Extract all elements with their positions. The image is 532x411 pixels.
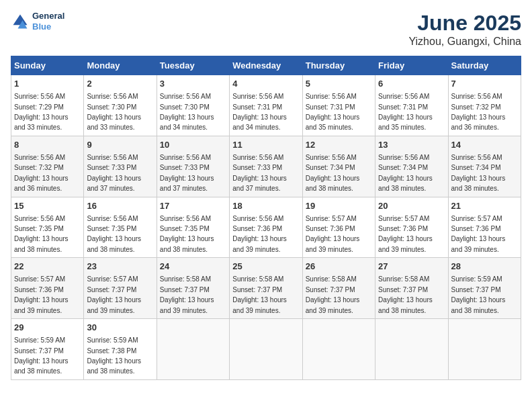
calendar-day: 13 Sunrise: 5:56 AM Sunset: 7:34 PM Dayl… — [375, 136, 448, 197]
day-sunrise: Sunrise: 5:56 AM — [14, 215, 65, 222]
calendar-day: 16 Sunrise: 5:56 AM Sunset: 7:35 PM Dayl… — [84, 197, 157, 258]
day-sunrise: Sunrise: 5:56 AM — [232, 215, 283, 222]
day-sunrise: Sunrise: 5:56 AM — [160, 154, 211, 161]
day-sunrise: Sunrise: 5:58 AM — [378, 275, 429, 283]
calendar-day: 4 Sunrise: 5:56 AM Sunset: 7:31 PM Dayli… — [230, 75, 302, 136]
calendar-day — [375, 319, 448, 380]
calendar-day: 7 Sunrise: 5:56 AM Sunset: 7:32 PM Dayli… — [448, 75, 521, 136]
header-monday: Monday — [84, 56, 157, 75]
weekday-header-row: Sunday Monday Tuesday Wednesday Thursday… — [11, 56, 521, 75]
day-number: 21 — [451, 200, 518, 212]
calendar-subtitle: Yizhou, Guangxi, China — [408, 36, 521, 48]
day-number: 23 — [87, 261, 153, 273]
header-thursday: Thursday — [302, 56, 375, 75]
day-sunset: Sunset: 7:29 PM — [14, 103, 64, 111]
day-number: 19 — [306, 200, 372, 212]
calendar-day: 8 Sunrise: 5:56 AM Sunset: 7:32 PM Dayli… — [11, 136, 84, 197]
day-number: 20 — [378, 200, 445, 212]
day-sunset: Sunset: 7:37 PM — [378, 286, 428, 293]
day-sunset: Sunset: 7:36 PM — [451, 225, 501, 232]
day-sunset: Sunset: 7:36 PM — [232, 225, 282, 232]
calendar-day: 24 Sunrise: 5:58 AM Sunset: 7:37 PM Dayl… — [157, 258, 229, 319]
day-sunset: Sunset: 7:37 PM — [306, 286, 355, 293]
day-sunrise: Sunrise: 5:56 AM — [232, 93, 283, 100]
calendar-day: 22 Sunrise: 5:57 AM Sunset: 7:36 PM Dayl… — [11, 258, 84, 319]
day-daylight: Daylight: 13 hours and 39 minutes. — [14, 296, 69, 314]
logo-icon — [11, 12, 30, 31]
day-daylight: Daylight: 13 hours and 38 minutes. — [160, 235, 214, 253]
day-daylight: Daylight: 13 hours and 38 minutes. — [14, 357, 69, 375]
day-sunrise: Sunrise: 5:56 AM — [232, 154, 283, 161]
day-sunset: Sunset: 7:31 PM — [232, 103, 282, 111]
day-sunrise: Sunrise: 5:56 AM — [306, 154, 357, 161]
day-sunset: Sunset: 7:35 PM — [87, 225, 136, 232]
day-sunset: Sunset: 7:37 PM — [232, 286, 282, 293]
logo-line1: General — [32, 11, 64, 21]
calendar-week-row: 22 Sunrise: 5:57 AM Sunset: 7:36 PM Dayl… — [11, 258, 521, 319]
day-daylight: Daylight: 13 hours and 36 minutes. — [14, 175, 69, 192]
day-number: 4 — [232, 78, 299, 90]
day-sunset: Sunset: 7:32 PM — [451, 103, 501, 111]
day-sunrise: Sunrise: 5:59 AM — [87, 336, 138, 344]
calendar-day: 17 Sunrise: 5:56 AM Sunset: 7:35 PM Dayl… — [157, 197, 229, 258]
day-sunset: Sunset: 7:33 PM — [160, 164, 210, 171]
calendar-day: 27 Sunrise: 5:58 AM Sunset: 7:37 PM Dayl… — [375, 258, 448, 319]
page-header: General Blue June 2025 Yizhou, Guangxi, … — [11, 11, 521, 48]
calendar-day: 14 Sunrise: 5:56 AM Sunset: 7:34 PM Dayl… — [448, 136, 521, 197]
day-number: 7 — [451, 78, 518, 90]
day-sunrise: Sunrise: 5:56 AM — [378, 154, 429, 161]
day-number: 28 — [451, 261, 518, 273]
logo: General Blue — [11, 11, 64, 32]
day-sunrise: Sunrise: 5:58 AM — [232, 275, 283, 283]
calendar-week-row: 15 Sunrise: 5:56 AM Sunset: 7:35 PM Dayl… — [11, 197, 521, 258]
day-daylight: Daylight: 13 hours and 38 minutes. — [451, 175, 506, 192]
day-sunset: Sunset: 7:37 PM — [87, 286, 136, 293]
calendar-day: 29 Sunrise: 5:59 AM Sunset: 7:37 PM Dayl… — [11, 319, 84, 380]
day-daylight: Daylight: 13 hours and 39 minutes. — [451, 235, 506, 253]
calendar-day: 5 Sunrise: 5:56 AM Sunset: 7:31 PM Dayli… — [302, 75, 375, 136]
day-number: 12 — [306, 139, 372, 151]
day-daylight: Daylight: 13 hours and 39 minutes. — [378, 235, 433, 253]
day-number: 8 — [14, 139, 81, 151]
title-block: June 2025 Yizhou, Guangxi, China — [408, 11, 521, 48]
day-sunset: Sunset: 7:31 PM — [306, 103, 355, 111]
calendar-day: 9 Sunrise: 5:56 AM Sunset: 7:33 PM Dayli… — [84, 136, 157, 197]
calendar-day: 10 Sunrise: 5:56 AM Sunset: 7:33 PM Dayl… — [157, 136, 229, 197]
header-tuesday: Tuesday — [157, 56, 229, 75]
day-sunset: Sunset: 7:34 PM — [451, 164, 501, 171]
day-daylight: Daylight: 13 hours and 35 minutes. — [306, 113, 360, 131]
calendar-week-row: 29 Sunrise: 5:59 AM Sunset: 7:37 PM Dayl… — [11, 319, 521, 380]
day-daylight: Daylight: 13 hours and 39 minutes. — [232, 235, 287, 253]
logo-text: General Blue — [32, 11, 64, 32]
day-number: 11 — [232, 139, 299, 151]
calendar-day: 30 Sunrise: 5:59 AM Sunset: 7:38 PM Dayl… — [84, 319, 157, 380]
calendar-day: 15 Sunrise: 5:56 AM Sunset: 7:35 PM Dayl… — [11, 197, 84, 258]
day-daylight: Daylight: 13 hours and 34 minutes. — [232, 113, 287, 131]
day-number: 24 — [160, 261, 226, 273]
day-sunset: Sunset: 7:35 PM — [14, 225, 64, 232]
day-daylight: Daylight: 13 hours and 33 minutes. — [14, 113, 69, 131]
day-sunrise: Sunrise: 5:56 AM — [14, 93, 65, 100]
calendar-day: 2 Sunrise: 5:56 AM Sunset: 7:30 PM Dayli… — [84, 75, 157, 136]
day-daylight: Daylight: 13 hours and 37 minutes. — [87, 175, 141, 192]
day-daylight: Daylight: 13 hours and 34 minutes. — [160, 113, 214, 131]
day-number: 6 — [378, 78, 445, 90]
day-sunset: Sunset: 7:34 PM — [306, 164, 355, 171]
day-sunrise: Sunrise: 5:58 AM — [306, 275, 357, 283]
day-sunset: Sunset: 7:36 PM — [306, 225, 355, 232]
day-number: 10 — [160, 139, 226, 151]
day-sunrise: Sunrise: 5:56 AM — [160, 215, 211, 222]
svg-marker-0 — [13, 14, 28, 25]
day-sunrise: Sunrise: 5:56 AM — [451, 154, 502, 161]
day-sunset: Sunset: 7:33 PM — [87, 164, 136, 171]
day-number: 5 — [306, 78, 372, 90]
calendar-week-row: 8 Sunrise: 5:56 AM Sunset: 7:32 PM Dayli… — [11, 136, 521, 197]
day-sunrise: Sunrise: 5:59 AM — [451, 275, 502, 283]
day-daylight: Daylight: 13 hours and 37 minutes. — [232, 175, 287, 192]
logo-line2: Blue — [32, 21, 64, 32]
calendar-week-row: 1 Sunrise: 5:56 AM Sunset: 7:29 PM Dayli… — [11, 75, 521, 136]
day-daylight: Daylight: 13 hours and 37 minutes. — [160, 175, 214, 192]
day-daylight: Daylight: 13 hours and 38 minutes. — [378, 296, 433, 314]
day-sunset: Sunset: 7:35 PM — [160, 225, 210, 232]
day-sunset: Sunset: 7:37 PM — [160, 286, 210, 293]
